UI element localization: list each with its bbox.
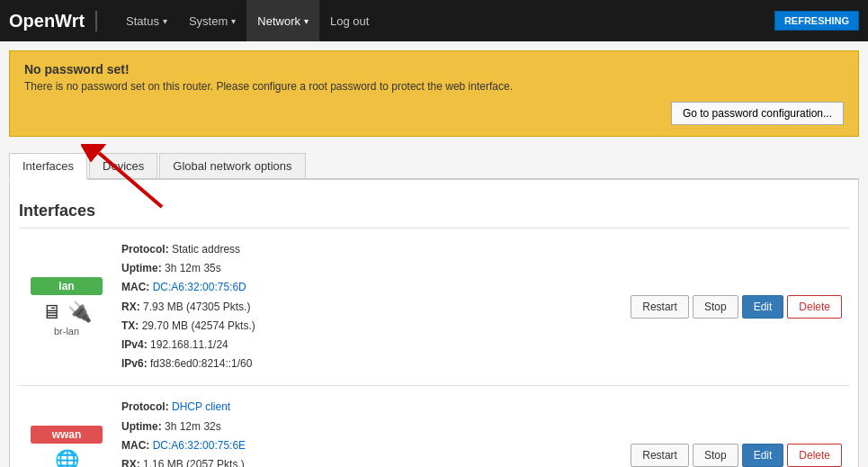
section-title: Interfaces xyxy=(19,202,849,220)
restart-button-wwan[interactable]: Restart xyxy=(631,444,689,467)
chevron-down-icon: ▾ xyxy=(304,16,309,26)
interface-icon-lan: 🖥 🔌 xyxy=(41,301,91,324)
delete-button-wwan[interactable]: Delete xyxy=(787,444,842,467)
stop-button-wwan[interactable]: Stop xyxy=(693,444,738,467)
page-wrapper: OpenWrt Status ▾ System ▾ Network ▾ Log … xyxy=(0,0,868,467)
refreshing-badge: REFRESHING xyxy=(774,11,859,31)
mac-link-lan[interactable]: DC:A6:32:00:75:6D xyxy=(153,281,246,293)
protocol-link-wwan[interactable]: DHCP client xyxy=(172,400,230,413)
table-row: wwan 🌐 phy0-sta0 Protocol: DHCP client U… xyxy=(19,386,849,467)
tab-global-network-options[interactable]: Global network options xyxy=(159,153,305,178)
interface-icon-wwan: 🌐 xyxy=(55,449,79,467)
tab-interfaces[interactable]: Interfaces xyxy=(9,153,87,180)
warning-title: No password set! xyxy=(24,62,844,76)
stop-button-lan[interactable]: Stop xyxy=(693,295,738,319)
interfaces-table: lan 🖥 🔌 br-lan Protocol: Static address … xyxy=(19,228,849,467)
edit-button-lan[interactable]: Edit xyxy=(742,295,784,319)
interface-device-lan: br-lan xyxy=(54,326,79,337)
tab-devices[interactable]: Devices xyxy=(89,153,157,178)
navbar: OpenWrt Status ▾ System ▾ Network ▾ Log … xyxy=(0,0,868,41)
mac-link-wwan[interactable]: DC:A6:32:00:75:6E xyxy=(153,439,246,452)
delete-button-lan[interactable]: Delete xyxy=(787,295,842,319)
warning-description: There is no password set on this router.… xyxy=(24,80,844,93)
chevron-down-icon: ▾ xyxy=(231,16,236,26)
interface-details-wwan: Protocol: DHCP client Uptime: 3h 12m 32s… xyxy=(114,386,623,467)
nav-status[interactable]: Status ▾ xyxy=(115,0,178,41)
table-row: lan 🖥 🔌 br-lan Protocol: Static address … xyxy=(19,229,849,386)
restart-button-lan[interactable]: Restart xyxy=(631,295,689,319)
action-buttons-lan: Restart Stop Edit Delete xyxy=(631,295,842,319)
nav-network[interactable]: Network ▾ xyxy=(246,0,319,41)
go-to-password-button[interactable]: Go to password configuration... xyxy=(671,102,844,125)
nav-logout[interactable]: Log out xyxy=(319,0,380,41)
interface-name-wwan: wwan xyxy=(31,426,103,444)
edit-button-wwan[interactable]: Edit xyxy=(742,444,784,467)
nav-system[interactable]: System ▾ xyxy=(178,0,246,41)
content-area: Interfaces lan 🖥 🔌 br-lan Protocol: Stat… xyxy=(9,180,859,467)
interface-badge-wwan: wwan 🌐 phy0-sta0 xyxy=(26,426,107,467)
brand: OpenWrt xyxy=(9,11,97,31)
interface-details-lan: Protocol: Static address Uptime: 3h 12m … xyxy=(114,229,623,386)
chevron-down-icon: ▾ xyxy=(163,16,167,26)
interface-name-lan: lan xyxy=(31,277,103,295)
interface-badge-lan: lan 🖥 🔌 br-lan xyxy=(26,277,107,337)
warning-banner: No password set! There is no password se… xyxy=(9,50,859,137)
tabs-bar: Interfaces Devices Global network option… xyxy=(9,146,859,180)
action-buttons-wwan: Restart Stop Edit Delete xyxy=(631,444,842,467)
